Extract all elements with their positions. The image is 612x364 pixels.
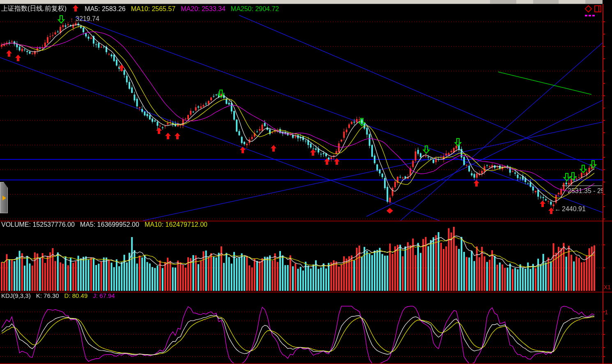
kdj-j-value: J: 67.94	[93, 292, 115, 299]
volume-ma10-value: MA10: 162479712.00	[145, 221, 207, 228]
chart-right-border	[603, 4, 603, 364]
ma5-value: MA5: 2583.26	[85, 5, 126, 13]
peak-marker-icon: ↑	[70, 16, 74, 23]
split-view-icon[interactable]	[594, 5, 601, 12]
volume-legend: VOLUME: 152537776.00 MA5: 163699952.00 M…	[1, 221, 207, 228]
low-price-label: 2440.91	[562, 205, 586, 213]
chart-title: 上证指数(日线.前复权)	[1, 5, 67, 13]
expand-arrow-icon	[2, 196, 6, 200]
split-view-divider	[598, 6, 599, 12]
main-chart-legend: 上证指数(日线.前复权) MA5: 2583.26 MA10: 2565.57 …	[1, 5, 279, 13]
kdj-chart[interactable]	[0, 293, 603, 364]
stock-chart-app: 上证指数(日线.前复权) MA5: 2583.26 MA10: 2565.57 …	[0, 0, 612, 364]
volume-ma5-value: MA5: 163699952.00	[80, 221, 139, 228]
low-pointer-icon: ←	[554, 205, 561, 213]
kdj-d-value: D: 80.49	[64, 292, 88, 299]
up-arrow-icon	[73, 5, 78, 13]
ma20-value: MA20: 2533.34	[181, 5, 225, 13]
window-top-strip	[0, 0, 612, 4]
kdj-params: KDJ(9,3,3)	[1, 292, 31, 299]
measure-range-label: 2531.35 - 25	[568, 187, 603, 195]
panel-expand-tab[interactable]	[0, 182, 8, 213]
volume-value: VOLUME: 152537776.00	[1, 221, 75, 228]
kdj-legend: KDJ(9,3,3) K: 76.30 D: 80.49 J: 67.94	[1, 292, 115, 299]
kdj-axis-label: 1	[605, 309, 608, 316]
volume-chart[interactable]	[0, 221, 603, 292]
top-strip-segment	[533, 0, 559, 4]
volume-scale-label: X1	[604, 284, 611, 290]
kdj-k-value: K: 76.30	[36, 292, 59, 299]
ma250-value: MA250: 2904.72	[231, 5, 279, 13]
magenta-dots-icon[interactable]	[585, 15, 595, 16]
top-strip-segment	[490, 0, 516, 4]
peak-price-label: 3219.74	[76, 15, 99, 23]
main-price-chart[interactable]	[0, 4, 603, 221]
ma10-value: MA10: 2565.57	[131, 5, 176, 13]
